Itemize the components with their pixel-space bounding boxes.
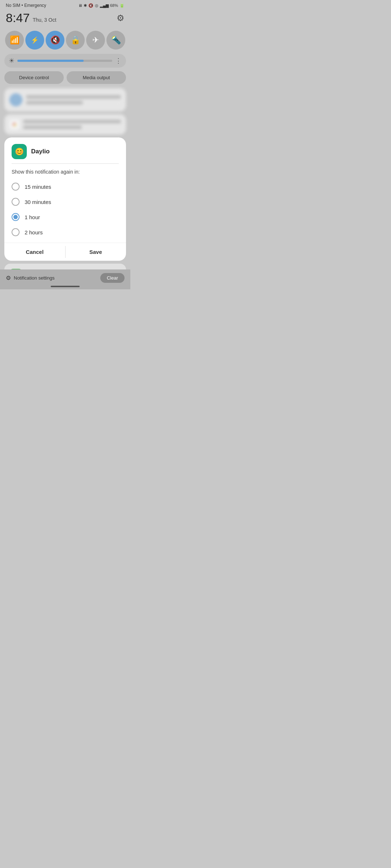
notif-icon-1 bbox=[9, 93, 22, 106]
radio-30min[interactable] bbox=[12, 198, 20, 206]
notif-line-3 bbox=[23, 120, 121, 123]
label-30min: 30 minutes bbox=[25, 199, 51, 205]
battery-text: 68% bbox=[110, 3, 118, 8]
bluetooth-icon: ⚡ bbox=[31, 36, 39, 44]
option-15min[interactable]: 15 minutes bbox=[4, 179, 126, 194]
screen-lock-toggle[interactable]: 🔒 bbox=[66, 31, 85, 50]
mute-status-icon: 🔇 bbox=[88, 3, 93, 8]
brightness-icon: ☀ bbox=[9, 57, 14, 65]
label-2hours: 2 hours bbox=[25, 229, 43, 235]
device-control-label: Device control bbox=[19, 75, 49, 80]
clock-date: Thu, 3 Oct bbox=[33, 17, 56, 25]
clock-time: 8:47 bbox=[6, 11, 30, 25]
hotspot-icon: ◎ bbox=[95, 3, 98, 8]
notification-card-1[interactable] bbox=[4, 88, 126, 111]
option-2hours[interactable]: 2 hours bbox=[4, 225, 126, 240]
radio-1hour[interactable] bbox=[12, 213, 20, 221]
wifi-icon: 📶 bbox=[10, 35, 20, 45]
bluetooth-toggle[interactable]: ⚡ bbox=[25, 31, 44, 50]
quick-toggle-row: 📶 ⚡ 🔇 🔒 ✈ 🔦 bbox=[4, 29, 126, 54]
google-icon: G bbox=[9, 119, 20, 129]
daylio-app-icon: 😊 bbox=[12, 144, 27, 159]
airplane-toggle[interactable]: ✈ bbox=[86, 31, 105, 50]
option-30min[interactable]: 30 minutes bbox=[4, 194, 126, 209]
brightness-fill bbox=[17, 60, 84, 62]
signal-icon: ▂▄▆ bbox=[100, 3, 109, 8]
settings-gear-icon[interactable]: ⚙ bbox=[117, 13, 125, 23]
daylio-title: Daylio bbox=[31, 148, 50, 155]
brightness-bar[interactable] bbox=[17, 60, 112, 62]
notif-line-2 bbox=[26, 101, 83, 105]
daylio-subtitle: Show this notification again in: bbox=[4, 169, 126, 179]
notification-card-2[interactable]: G bbox=[4, 114, 126, 135]
sim-icon: 🖥 bbox=[78, 3, 82, 8]
bluetooth-status-icon: ✱ bbox=[84, 3, 87, 8]
daylio-header: 😊 Daylio bbox=[4, 137, 126, 163]
label-15min: 15 minutes bbox=[25, 184, 51, 190]
flashlight-toggle[interactable]: 🔦 bbox=[106, 31, 125, 50]
radio-15min[interactable] bbox=[12, 183, 20, 191]
quick-settings-panel: 8:47 Thu, 3 Oct ⚙ 📶 ⚡ 🔇 🔒 ✈ 🔦 ☀ ⋮ bbox=[0, 9, 130, 289]
brightness-more-icon[interactable]: ⋮ bbox=[115, 57, 122, 65]
radio-inner-1hour bbox=[13, 215, 18, 219]
wifi-toggle[interactable]: 📶 bbox=[5, 31, 24, 50]
dialog-actions: Cancel Save bbox=[4, 243, 126, 261]
home-indicator bbox=[51, 286, 80, 287]
radio-2hours[interactable] bbox=[12, 228, 20, 236]
control-buttons-row: Device control Media output bbox=[4, 71, 126, 84]
battery-icon: 🔋 bbox=[119, 3, 125, 8]
notif-content-2 bbox=[23, 120, 121, 129]
daylio-emoji: 😊 bbox=[15, 147, 24, 156]
notification-settings-label: Notification settings bbox=[14, 275, 55, 281]
status-bar: No SIM • Emergency 🖥 ✱ 🔇 ◎ ▂▄▆ 68% 🔋 bbox=[0, 0, 130, 9]
daylio-dialog: 😊 Daylio Show this notification again in… bbox=[4, 137, 126, 261]
airplane-icon: ✈ bbox=[92, 35, 99, 45]
status-carrier: No SIM • Emergency bbox=[6, 3, 46, 8]
notification-settings-gear-icon: ⚙ bbox=[6, 275, 11, 281]
device-control-button[interactable]: Device control bbox=[4, 71, 64, 84]
mute-toggle[interactable]: 🔇 bbox=[46, 31, 64, 50]
brightness-slider-row[interactable]: ☀ ⋮ bbox=[4, 54, 126, 68]
notif-line-1 bbox=[26, 95, 121, 99]
notif-content-1 bbox=[26, 95, 121, 105]
time-row: 8:47 Thu, 3 Oct ⚙ bbox=[4, 9, 126, 29]
save-button[interactable]: Save bbox=[66, 243, 126, 261]
daylio-divider bbox=[12, 163, 119, 164]
label-1hour: 1 hour bbox=[25, 214, 40, 220]
media-output-label: Media output bbox=[83, 75, 110, 80]
mute-icon: 🔇 bbox=[50, 35, 60, 45]
cancel-button[interactable]: Cancel bbox=[4, 243, 65, 261]
flashlight-icon: 🔦 bbox=[111, 35, 121, 45]
clear-button[interactable]: Clear bbox=[100, 273, 125, 283]
lock-icon: 🔒 bbox=[71, 35, 80, 45]
notification-settings-left[interactable]: ⚙ Notification settings bbox=[6, 275, 55, 281]
media-output-button[interactable]: Media output bbox=[67, 71, 126, 84]
status-icons: 🖥 ✱ 🔇 ◎ ▂▄▆ 68% 🔋 bbox=[78, 3, 125, 8]
option-1hour[interactable]: 1 hour bbox=[4, 209, 126, 225]
notif-line-4 bbox=[23, 125, 82, 129]
